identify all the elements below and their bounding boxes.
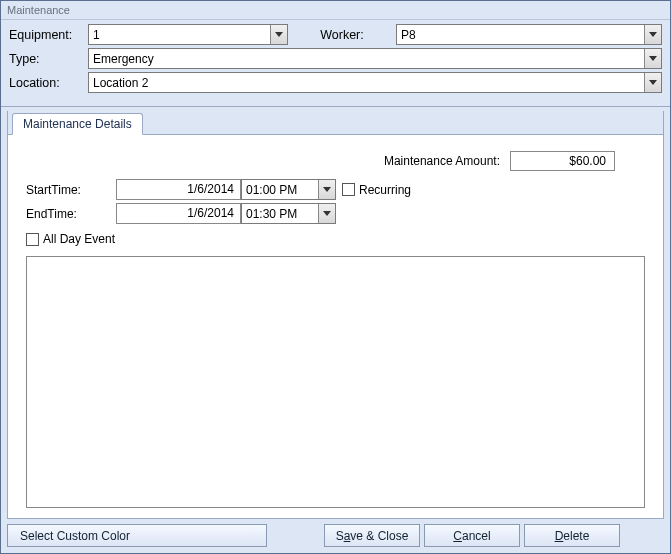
- select-custom-color-button[interactable]: Select Custom Color: [7, 524, 267, 547]
- type-label: Type:: [9, 52, 84, 66]
- start-date-field[interactable]: 1/6/2014: [116, 179, 241, 200]
- worker-input[interactable]: [397, 25, 641, 44]
- all-day-checkbox[interactable]: [26, 233, 39, 246]
- all-day-label: All Day Event: [43, 232, 115, 246]
- tab-maintenance-details[interactable]: Maintenance Details: [12, 113, 143, 135]
- recurring-label: Recurring: [359, 183, 411, 197]
- chevron-down-icon[interactable]: [318, 204, 335, 223]
- amount-field[interactable]: $60.00: [510, 151, 615, 171]
- header-form: Equipment: Worker: Type: Location:: [1, 20, 670, 107]
- location-input[interactable]: [89, 73, 641, 92]
- start-time-label: StartTime:: [26, 183, 116, 197]
- end-time-dropdown[interactable]: [241, 203, 336, 224]
- type-input[interactable]: [89, 49, 641, 68]
- tabstrip: Maintenance Details: [8, 111, 663, 135]
- chevron-down-icon[interactable]: [270, 25, 287, 44]
- equipment-dropdown[interactable]: [88, 24, 288, 45]
- save-close-button[interactable]: Save & Close: [324, 524, 420, 547]
- start-time-dropdown[interactable]: [241, 179, 336, 200]
- recurring-checkbox[interactable]: [342, 183, 355, 196]
- chevron-down-icon[interactable]: [644, 25, 661, 44]
- end-time-input[interactable]: [242, 204, 312, 223]
- equipment-label: Equipment:: [9, 28, 84, 42]
- notes-textarea[interactable]: [26, 256, 645, 508]
- chevron-down-icon[interactable]: [318, 180, 335, 199]
- type-dropdown[interactable]: [88, 48, 662, 69]
- start-time-input[interactable]: [242, 180, 312, 199]
- maintenance-window: Maintenance Equipment: Worker: Type: Loc…: [0, 0, 671, 554]
- cancel-button[interactable]: Cancel: [424, 524, 520, 547]
- footer-toolbar: Select Custom Color Save & Close Cancel …: [1, 519, 670, 553]
- equipment-input[interactable]: [89, 25, 267, 44]
- end-time-label: EndTime:: [26, 207, 116, 221]
- amount-label: Maintenance Amount:: [384, 154, 500, 168]
- content-area: Maintenance Details Maintenance Amount: …: [7, 111, 664, 519]
- worker-label: Worker:: [292, 28, 392, 42]
- location-label: Location:: [9, 76, 84, 90]
- window-title: Maintenance: [1, 1, 670, 20]
- tab-body: Maintenance Amount: $60.00 StartTime: 1/…: [8, 135, 663, 518]
- location-dropdown[interactable]: [88, 72, 662, 93]
- end-date-field[interactable]: 1/6/2014: [116, 203, 241, 224]
- chevron-down-icon[interactable]: [644, 73, 661, 92]
- chevron-down-icon[interactable]: [644, 49, 661, 68]
- delete-button[interactable]: Delete: [524, 524, 620, 547]
- worker-dropdown[interactable]: [396, 24, 662, 45]
